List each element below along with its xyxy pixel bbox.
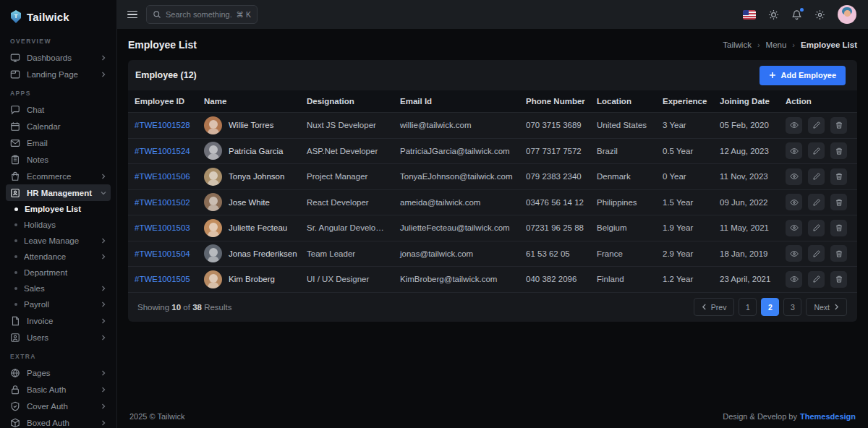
employee-name: Jonas Frederiksen (229, 249, 297, 258)
sidebar-item-boxed-auth[interactable]: Boxed Auth (6, 414, 111, 428)
sidebar-item-invoice[interactable]: Invoice (6, 312, 111, 329)
employee-id-link[interactable]: #TWE1001506 (128, 172, 197, 181)
sidebar-item-landing-page[interactable]: Landing Page (6, 66, 111, 82)
employee-email: JulietteFecteau@tailwick.com (393, 223, 519, 232)
edit-button[interactable] (808, 271, 825, 288)
edit-button[interactable] (808, 220, 825, 236)
employee-name-cell: Juliette Fecteau (197, 219, 300, 237)
prev-page-button[interactable]: Prev (694, 298, 735, 316)
themesdesign-link[interactable]: Themesdesign (800, 412, 856, 421)
view-button[interactable] (786, 245, 802, 262)
sidebar-item-label: Attendance (24, 252, 94, 261)
language-flag-button[interactable] (743, 10, 756, 20)
delete-button[interactable] (830, 271, 847, 288)
shield-check-icon (10, 401, 20, 411)
sidebar-item-chat[interactable]: Chat (6, 101, 111, 118)
employee-experience: 0 Year (656, 172, 713, 181)
delete-button[interactable] (830, 220, 847, 236)
view-button[interactable] (786, 168, 802, 185)
brand-logo[interactable]: T Tailwick (6, 7, 111, 30)
sidebar-item-notes[interactable]: Notes (6, 151, 111, 168)
sidebar-item-basic-auth[interactable]: Basic Auth (6, 381, 111, 398)
table-row: #TWE1001503 Juliette Fecteau Sr. Angular… (128, 215, 857, 241)
notifications-button[interactable] (791, 9, 802, 20)
delete-button[interactable] (830, 142, 847, 159)
next-page-button[interactable]: Next (806, 298, 847, 316)
delete-button[interactable] (830, 117, 847, 134)
breadcrumb-item[interactable]: Tailwick (723, 40, 752, 49)
sidebar-subitem-leave-manage[interactable]: Leave Manage (6, 233, 111, 249)
menu-toggle-button[interactable] (127, 11, 137, 19)
employee-email: jonas@tailwick.com (393, 249, 519, 258)
employee-phone: 03476 56 14 12 (519, 198, 590, 207)
row-actions (779, 245, 857, 262)
view-button[interactable] (786, 194, 802, 210)
employee-id-link[interactable]: #TWE1001502 (128, 198, 197, 207)
table-row: #TWE1001528 Willie Torres Nuxt JS Develo… (128, 112, 857, 138)
employee-id-link[interactable]: #TWE1001505 (128, 275, 197, 283)
employee-name-cell: Kim Broberg (197, 270, 300, 288)
delete-button[interactable] (830, 194, 847, 210)
breadcrumb-item[interactable]: Menu (766, 40, 787, 49)
sidebar-item-label: Calendar (27, 122, 106, 131)
employee-phone: 61 53 62 05 (519, 249, 590, 258)
sidebar-item-pages[interactable]: Pages (6, 364, 111, 381)
employee-id-link[interactable]: #TWE1001528 (128, 121, 197, 129)
sidebar-item-calendar[interactable]: Calendar (6, 118, 111, 134)
employee-id-link[interactable]: #TWE1001504 (128, 249, 197, 258)
view-button[interactable] (786, 117, 802, 134)
delete-button[interactable] (830, 168, 847, 185)
page-1-button[interactable]: 1 (739, 298, 757, 316)
edit-button[interactable] (808, 142, 825, 159)
pencil-icon (812, 147, 821, 155)
sidebar-item-ecommerce[interactable]: Ecommerce (6, 168, 111, 184)
pencil-icon (812, 121, 821, 129)
notes-icon (10, 155, 20, 165)
sidebar-item-users[interactable]: Users (6, 329, 111, 346)
chevron-right-icon (101, 72, 106, 77)
column-header: Experience (656, 97, 713, 106)
settings-button[interactable] (814, 9, 825, 20)
add-employee-button[interactable]: Add Employee (760, 66, 846, 85)
user-avatar[interactable] (838, 5, 856, 24)
page-3-button[interactable]: 3 (783, 298, 801, 316)
edit-button[interactable] (808, 194, 825, 210)
user-square-icon (10, 333, 20, 343)
theme-toggle-button[interactable] (768, 9, 779, 20)
chevron-right-icon (101, 403, 106, 409)
sidebar-subitem-payroll[interactable]: Payroll (6, 296, 111, 312)
view-button[interactable] (786, 220, 802, 236)
sidebar-subitem-holidays[interactable]: Holidays (6, 217, 111, 233)
sidebar-item-email[interactable]: Email (6, 134, 111, 151)
sidebar-item-hr-management[interactable]: HR Management (6, 184, 111, 201)
bullet-icon (14, 207, 18, 211)
eye-icon (790, 121, 799, 129)
employee-name: Tonya Johnson (229, 172, 284, 181)
sidebar-subitem-attendance[interactable]: Attendance (6, 249, 111, 265)
box-icon (10, 418, 20, 428)
employee-location: United States (590, 121, 656, 129)
view-button[interactable] (786, 142, 802, 159)
employee-experience: 0.5 Year (656, 147, 713, 155)
edit-button[interactable] (808, 117, 825, 134)
sidebar-subitem-sales[interactable]: Sales (6, 281, 111, 296)
sidebar-subitem-employee-list[interactable]: Employee List (6, 201, 111, 217)
edit-button[interactable] (808, 168, 825, 185)
search-input[interactable] (166, 10, 232, 19)
employee-id-link[interactable]: #TWE1001524 (128, 147, 197, 155)
page-title: Employee List (128, 39, 197, 51)
edit-button[interactable] (808, 245, 825, 262)
chevron-left-icon (702, 304, 707, 310)
eye-icon (790, 275, 799, 283)
sidebar-item-dashboards[interactable]: Dashboards (6, 49, 111, 66)
sidebar-subitem-department[interactable]: Department (6, 265, 111, 281)
chevron-right-icon (101, 238, 106, 244)
employee-id-link[interactable]: #TWE1001503 (128, 223, 197, 232)
search-box[interactable]: ⌘ K (146, 5, 258, 24)
employee-email: ameida@tailwick.com (393, 198, 519, 207)
page-2-button-active[interactable]: 2 (761, 298, 779, 316)
view-button[interactable] (786, 271, 802, 288)
row-actions (779, 194, 857, 210)
sidebar-item-cover-auth[interactable]: Cover Auth (6, 398, 111, 414)
delete-button[interactable] (830, 245, 847, 262)
